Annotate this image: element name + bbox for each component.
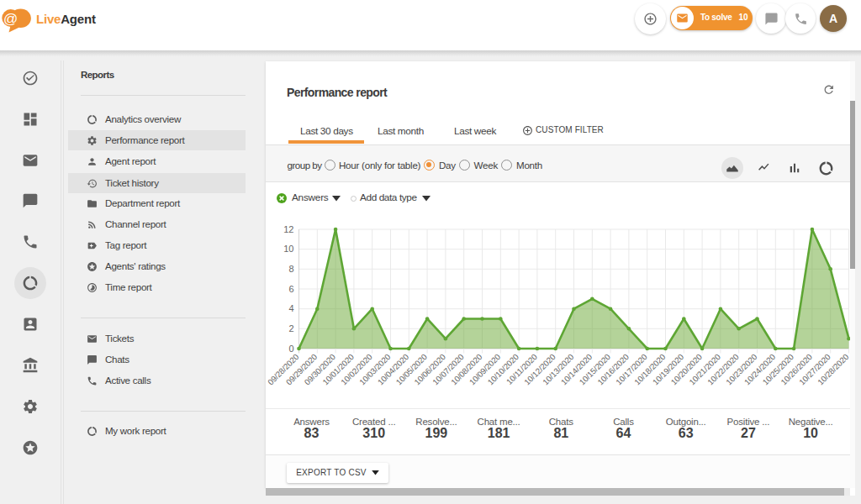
svg-text:0: 0	[288, 344, 293, 354]
svg-text:2: 2	[288, 323, 293, 333]
svg-text:4: 4	[288, 303, 293, 313]
svg-text:@: @	[3, 11, 18, 27]
svg-text:8: 8	[288, 264, 293, 274]
svg-text:10: 10	[283, 244, 293, 254]
svg-text:6: 6	[288, 284, 293, 294]
svg-text:12: 12	[283, 224, 293, 234]
